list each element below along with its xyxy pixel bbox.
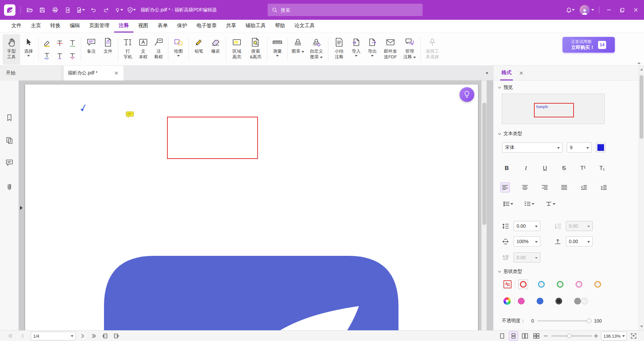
underline-text-button[interactable] — [66, 37, 79, 50]
menu-help[interactable]: 帮助 — [270, 20, 290, 33]
panel-scrollbar-thumb[interactable] — [640, 75, 643, 139]
opacity-slider[interactable] — [537, 320, 591, 322]
close-button[interactable] — [629, 3, 642, 17]
replace-text-button[interactable] — [66, 50, 79, 62]
search-box[interactable] — [268, 4, 423, 16]
note-comment-button[interactable]: 备注 — [83, 34, 99, 65]
quick-tools-button[interactable] — [112, 3, 125, 17]
minimize-button[interactable] — [602, 3, 615, 17]
print-button[interactable] — [49, 3, 61, 17]
search-input[interactable] — [281, 7, 419, 13]
tab-start[interactable]: 开始 — [0, 66, 62, 80]
paragraph-spacing-select[interactable]: 0.00 — [566, 221, 593, 231]
eraser-tool-button[interactable]: 橡皮 — [208, 34, 224, 65]
align-center-button[interactable] — [521, 183, 529, 192]
menu-page-management[interactable]: 页面管理 — [85, 20, 114, 33]
continuous-view-button[interactable] — [509, 332, 518, 340]
font-size-select[interactable]: 9 — [567, 143, 592, 153]
zoom-in-button[interactable] — [592, 332, 600, 340]
menu-convert[interactable]: 转换 — [46, 20, 65, 33]
textbox-button[interactable]: 文 本框 — [136, 34, 151, 65]
subscript-button[interactable]: T₁ — [596, 163, 608, 173]
scroll-down-arrow-icon[interactable] — [640, 326, 643, 328]
pages-panel-button[interactable] — [4, 135, 15, 146]
custom-stamp-button[interactable]: 自定义 图章 — [307, 34, 326, 65]
bold-button[interactable]: B — [501, 163, 513, 173]
trial-buy-button[interactable]: 正在试用期 立即购买！ 14 — [562, 37, 615, 53]
import-comments-button[interactable]: 导入 — [348, 34, 364, 65]
fullscreen-button[interactable] — [629, 332, 638, 340]
comments-panel-button[interactable] — [4, 157, 15, 168]
italic-button[interactable]: I — [520, 163, 532, 173]
sidebar-expand-handle[interactable] — [19, 203, 23, 213]
tab-close-button[interactable] — [113, 69, 120, 77]
font-family-select[interactable]: 宋体 — [502, 143, 562, 153]
fill-black[interactable] — [555, 298, 562, 304]
select-tool-button[interactable]: 选择 — [21, 34, 36, 65]
numbered-list-button[interactable] — [523, 199, 536, 209]
zoom-slider-thumb[interactable] — [567, 334, 572, 338]
account-button[interactable] — [577, 3, 596, 17]
previous-view-button[interactable] — [101, 332, 109, 340]
last-page-button[interactable] — [90, 332, 98, 340]
highlight-text-button[interactable] — [41, 37, 53, 50]
zoom-level-box[interactable]: 136.13% — [601, 332, 627, 340]
summarize-comments-button[interactable]: 小结 注释 — [330, 34, 348, 65]
text-style-option[interactable]: A — [503, 280, 512, 288]
email-fdf-button[interactable]: 邮件发 送FDF — [381, 34, 400, 65]
export-button[interactable] — [61, 3, 74, 17]
export-comments-button[interactable]: 导出 — [365, 34, 380, 65]
fill-gray[interactable] — [574, 298, 581, 304]
strikethrough-button[interactable]: S — [558, 163, 570, 173]
hand-tool-button[interactable]: 手型 工具 — [3, 34, 20, 65]
insert-text-button[interactable] — [53, 50, 66, 62]
arrow-annotation[interactable] — [79, 104, 87, 113]
menu-esign[interactable]: 电子签章 — [192, 20, 221, 33]
single-page-view-button[interactable] — [498, 332, 506, 340]
shape-red-outline-selected[interactable] — [519, 280, 528, 289]
preview-section-header[interactable]: 预览 — [498, 84, 513, 91]
assistant-lightbulb-button[interactable] — [460, 87, 474, 102]
menu-view[interactable]: 视图 — [133, 20, 153, 33]
shape-pink-outline[interactable] — [576, 281, 582, 288]
strikeout-text-button[interactable] — [53, 37, 66, 50]
pencil-tool-button[interactable]: 铅笔 — [191, 34, 207, 65]
stamp-button[interactable]: 图章 — [290, 34, 306, 65]
zoom-slider[interactable] — [551, 335, 592, 337]
squiggly-underline-button[interactable] — [41, 50, 53, 62]
canvas-scrollbar-thumb[interactable] — [482, 103, 486, 225]
opacity-slider-thumb[interactable] — [587, 319, 591, 323]
rectangle-annotation[interactable] — [167, 117, 258, 159]
typewriter-button[interactable]: 打 字机 — [120, 34, 135, 65]
notifications-button[interactable] — [564, 3, 577, 17]
bookmarks-panel-button[interactable] — [4, 112, 15, 123]
shape-type-section-header[interactable]: 形状类型 — [498, 269, 522, 275]
app-logo[interactable] — [4, 4, 15, 16]
scroll-up-arrow-icon[interactable] — [640, 68, 643, 70]
superscript-button[interactable]: T¹ — [577, 163, 589, 173]
protect-mode-button[interactable] — [125, 3, 138, 17]
menu-form[interactable]: 表单 — [153, 20, 172, 33]
panel-scrollbar[interactable] — [639, 66, 644, 330]
char-spacing-select[interactable]: 0.00 — [566, 236, 593, 246]
format-tab[interactable]: 格式 — [500, 66, 513, 80]
page-number-box[interactable]: 1/4 — [31, 332, 76, 340]
fill-magenta[interactable] — [518, 298, 525, 304]
align-left-button[interactable] — [501, 183, 509, 192]
redo-button[interactable] — [100, 3, 112, 17]
ribbon-collapse-arrow-icon[interactable] — [637, 62, 641, 64]
kerning-select[interactable]: 0.00 — [514, 252, 540, 263]
canvas-scrollbar[interactable] — [481, 80, 487, 330]
callout-button[interactable]: 注 释框 — [151, 34, 166, 65]
document-canvas[interactable] — [19, 80, 493, 330]
underline-button[interactable]: U — [539, 163, 551, 173]
drawing-tools-button[interactable]: 绘图 — [170, 34, 186, 65]
menu-file[interactable]: 文件 — [7, 20, 26, 33]
annotate-quick-button[interactable] — [74, 3, 87, 17]
menu-share[interactable]: 共享 — [221, 20, 241, 33]
shape-blue-outline[interactable] — [538, 281, 545, 288]
format-panel-close-button[interactable] — [518, 69, 525, 77]
undo-button[interactable] — [87, 3, 100, 17]
tab-document-active[interactable]: 福昕办公.pdf * — [64, 66, 123, 80]
search-highlight-button[interactable]: 搜索 &高亮 — [246, 34, 265, 65]
